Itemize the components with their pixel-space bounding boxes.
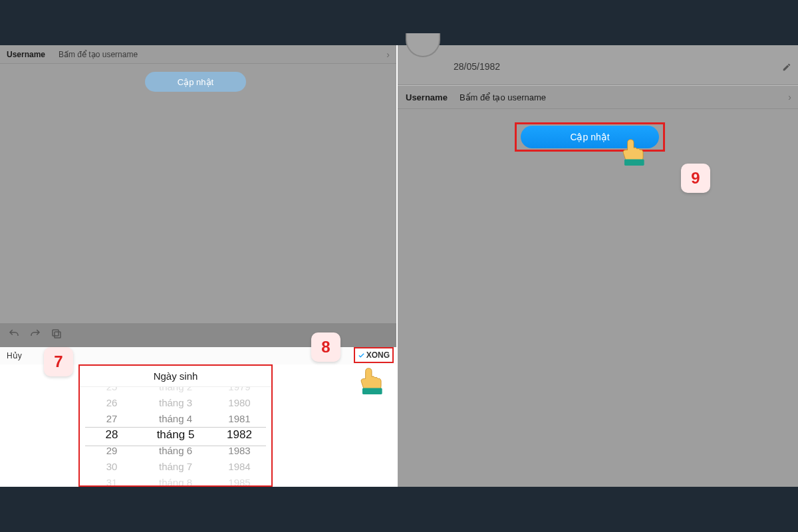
chevron-right-icon: ›	[386, 49, 390, 60]
wheel-item[interactable]: 1981	[228, 411, 250, 427]
pointer-hand-icon	[617, 134, 650, 168]
svg-rect-3	[624, 160, 644, 166]
wheel-item[interactable]: 26	[106, 395, 118, 411]
wheel-item[interactable]: 29	[106, 443, 118, 459]
done-button-label: XONG	[366, 350, 390, 360]
dob-row[interactable]: 28/05/1982	[398, 45, 798, 85]
right-pane: 28/05/1982 Username Bấm để tạo username …	[398, 45, 798, 487]
svg-rect-2	[362, 388, 382, 394]
undo-icon[interactable]	[8, 328, 20, 342]
day-wheel[interactable]: 25262728293031	[80, 387, 144, 485]
wheel-item[interactable]: 1985	[228, 475, 250, 485]
wheel-item[interactable]: 1983	[228, 443, 250, 459]
wheel-item[interactable]: tháng 3	[159, 395, 192, 411]
username-label: Username	[7, 50, 45, 59]
wheel-item[interactable]: tháng 8	[159, 475, 192, 485]
svg-rect-1	[53, 330, 59, 336]
update-button-label: Cập nhật	[570, 132, 609, 142]
wheel-item[interactable]: tháng 7	[159, 459, 192, 475]
wheel-item[interactable]: 27	[106, 411, 118, 427]
wheel-item[interactable]: 31	[106, 475, 118, 485]
avatar-icon	[406, 33, 440, 57]
username-hint: Bấm để tạo username	[460, 92, 546, 102]
year-wheel[interactable]: 1979198019811982198319841985	[207, 387, 271, 485]
wheel-item[interactable]: 28	[106, 427, 118, 443]
wheel-item[interactable]: 1980	[228, 395, 250, 411]
picker-body: Ngày sinh 25262728293031 tháng 2tháng 3t…	[78, 364, 273, 487]
username-hint: Bấm để tạo username	[59, 50, 138, 59]
wheel-item[interactable]: tháng 6	[159, 443, 192, 459]
picker-wheels[interactable]: 25262728293031 tháng 2tháng 3tháng 4thán…	[80, 387, 271, 485]
wheel-item[interactable]: 1984	[228, 459, 250, 475]
wheel-item[interactable]: 1982	[227, 427, 252, 443]
chevron-right-icon: ›	[788, 92, 791, 102]
month-wheel[interactable]: tháng 2tháng 3tháng 4tháng 5tháng 6tháng…	[144, 387, 207, 485]
copy-icon[interactable]	[51, 328, 63, 342]
wheel-item[interactable]: 1979	[228, 387, 250, 395]
update-button-label: Cập nhật	[178, 77, 213, 87]
username-row-right[interactable]: Username Bấm để tạo username ›	[398, 85, 798, 109]
wheel-item[interactable]: tháng 4	[159, 411, 192, 427]
wheel-item[interactable]: 25	[106, 387, 118, 395]
wheel-item[interactable]: tháng 5	[157, 427, 195, 443]
cancel-button[interactable]: Hủy	[7, 351, 22, 360]
username-label: Username	[406, 92, 448, 102]
step-badge-7: 7	[44, 347, 73, 376]
picker-title: Ngày sinh	[80, 366, 271, 387]
step-badge-9: 9	[681, 164, 710, 193]
done-button[interactable]: XONG	[354, 347, 394, 363]
left-pane: Username Bấm để tạo username › Cập nhật …	[0, 45, 396, 487]
svg-rect-0	[55, 332, 61, 338]
pointer-hand-icon	[355, 363, 388, 396]
username-row[interactable]: Username Bấm để tạo username ›	[0, 45, 396, 64]
step-badge-8: 8	[311, 332, 340, 362]
redo-icon[interactable]	[29, 328, 41, 342]
check-icon	[358, 352, 365, 359]
wheel-item[interactable]: tháng 2	[159, 387, 192, 395]
dob-value: 28/05/1982	[454, 61, 500, 72]
update-button-disabled: Cập nhật	[145, 72, 246, 92]
pencil-icon[interactable]	[782, 63, 791, 72]
wheel-item[interactable]: 30	[106, 459, 118, 475]
